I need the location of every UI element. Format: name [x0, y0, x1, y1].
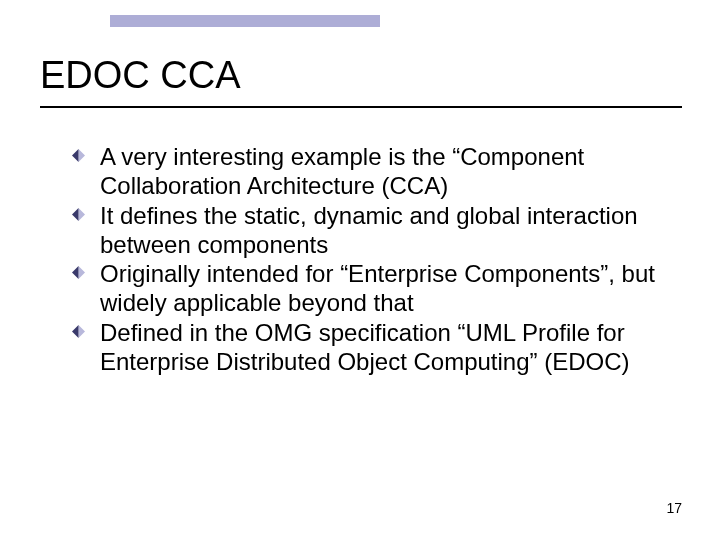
slide-body: A very interesting example is the “Compo… — [72, 142, 678, 376]
svg-marker-5 — [72, 266, 79, 279]
diamond-bullet-icon — [72, 149, 85, 162]
slide-title: EDOC CCA — [40, 54, 680, 97]
svg-marker-0 — [79, 149, 86, 162]
bullet-text: It defines the static, dynamic and globa… — [100, 202, 638, 258]
list-item: Originally intended for “Enterprise Comp… — [72, 259, 678, 318]
decorative-band — [110, 15, 380, 27]
title-underline — [40, 106, 682, 108]
bullet-text: Defined in the OMG specification “UML Pr… — [100, 319, 630, 375]
diamond-bullet-icon — [72, 208, 85, 221]
svg-marker-4 — [79, 266, 86, 279]
svg-marker-2 — [79, 208, 86, 221]
list-item: Defined in the OMG specification “UML Pr… — [72, 318, 678, 377]
list-item: A very interesting example is the “Compo… — [72, 142, 678, 201]
slide: EDOC CCA A very interesting example is t… — [0, 0, 720, 540]
diamond-bullet-icon — [72, 325, 85, 338]
svg-marker-3 — [72, 208, 79, 221]
bullet-list: A very interesting example is the “Compo… — [72, 142, 678, 376]
bullet-text: A very interesting example is the “Compo… — [100, 143, 584, 199]
list-item: It defines the static, dynamic and globa… — [72, 201, 678, 260]
svg-marker-6 — [79, 325, 86, 338]
bullet-text: Originally intended for “Enterprise Comp… — [100, 260, 655, 316]
svg-marker-1 — [72, 149, 79, 162]
diamond-bullet-icon — [72, 266, 85, 279]
page-number: 17 — [666, 500, 682, 516]
svg-marker-7 — [72, 325, 79, 338]
